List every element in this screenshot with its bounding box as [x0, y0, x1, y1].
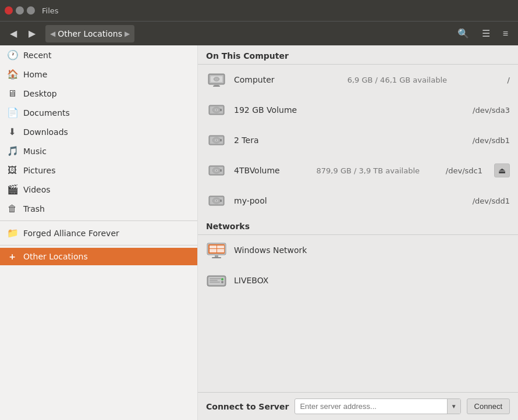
- svg-point-12: [216, 109, 217, 111]
- drive-info-4tbvolume: 879,9 GB / 3,9 TB available: [317, 166, 420, 175]
- forged-icon: 📁: [7, 227, 17, 239]
- other-locations-plus-icon: +: [7, 252, 17, 261]
- forward-button[interactable]: ▶: [23, 25, 41, 42]
- drive-row-192gb[interactable]: 192 GB Volume /dev/sda3: [198, 95, 518, 125]
- drive-icon-mypool: [206, 190, 227, 211]
- server-address-dropdown-button[interactable]: ▼: [447, 399, 460, 414]
- content-scroll: On This Computer Computer: [198, 45, 518, 392]
- drive-icon-2tera: [206, 130, 227, 151]
- pictures-icon: 🖼: [7, 165, 17, 176]
- drive-dev-2tera: /dev/sdb1: [463, 136, 510, 145]
- toolbar-right: 🔍 ☰ ≡: [452, 25, 513, 42]
- network-row-livebox[interactable]: LIVEBOX: [198, 265, 518, 296]
- svg-rect-34: [210, 245, 217, 248]
- sidebar-item-documents[interactable]: 📄 Documents: [0, 103, 197, 122]
- svg-rect-4: [213, 86, 220, 87]
- drive-dev-computer: /: [463, 76, 510, 84]
- network-row-windows[interactable]: Windows Network: [198, 235, 518, 265]
- svg-rect-39: [212, 257, 221, 258]
- drive-name-2tera: 2 Tera: [234, 136, 440, 145]
- sidebar-label-other-locations: Other Locations: [23, 252, 88, 261]
- drive-dev-mypool: /dev/sdd1: [463, 197, 510, 205]
- content-area: On This Computer Computer: [198, 45, 518, 420]
- svg-point-46: [221, 281, 223, 283]
- back-button[interactable]: ◀: [5, 25, 22, 42]
- network-name-windows: Windows Network: [234, 245, 510, 255]
- music-icon: 🎵: [7, 145, 17, 156]
- drive-row-2tera[interactable]: 2 Tera /dev/sdb1: [198, 125, 518, 155]
- drive-dev-192gb: /dev/sda3: [463, 106, 510, 115]
- svg-rect-31: [220, 200, 222, 202]
- sidebar-item-downloads[interactable]: ⬇ Downloads: [0, 122, 197, 141]
- sidebar-label-trash: Trash: [23, 204, 45, 213]
- eject-button-4tbvolume[interactable]: ⏏: [494, 163, 510, 177]
- sidebar-label-desktop: Desktop: [23, 89, 57, 98]
- sidebar-label-forged: Forged Alliance Forever: [23, 229, 119, 238]
- view-button[interactable]: ☰: [477, 25, 495, 42]
- svg-rect-19: [220, 139, 222, 141]
- server-address-input[interactable]: [295, 399, 446, 414]
- sidebar-item-desktop[interactable]: 🖥 Desktop: [0, 84, 197, 103]
- sidebar-label-pictures: Pictures: [23, 166, 55, 175]
- recent-icon: 🕐: [7, 49, 17, 60]
- sidebar-label-downloads: Downloads: [23, 127, 68, 137]
- connect-button[interactable]: Connect: [467, 398, 510, 414]
- sidebar-label-home: Home: [23, 70, 47, 79]
- drive-icon-4tbvolume: [206, 160, 227, 181]
- drive-name-4tbvolume: 4TBVolume: [234, 166, 310, 175]
- sidebar-separator-2: [0, 245, 197, 245]
- minimize-button[interactable]: [16, 6, 24, 15]
- titlebar: Files: [0, 0, 518, 21]
- svg-rect-36: [210, 249, 217, 252]
- sidebar-item-forged[interactable]: 📁 Forged Alliance Forever: [0, 223, 197, 243]
- connect-input-wrap: ▼: [295, 398, 460, 414]
- drive-name-192gb: 192 GB Volume: [234, 105, 440, 115]
- nav-buttons: ◀ ▶: [5, 25, 41, 42]
- drive-icon-192gb: [206, 99, 227, 120]
- main-layout: 🕐 Recent 🏠 Home 🖥 Desktop 📄 Documents ⬇ …: [0, 45, 518, 420]
- sidebar-item-trash[interactable]: 🗑 Trash: [0, 199, 197, 218]
- breadcrumb: ◀ Other Locations ▶: [45, 25, 134, 42]
- drive-dev-4tbvolume: /dev/sdc1: [436, 166, 482, 175]
- networks-header: Networks: [198, 216, 518, 234]
- svg-point-30: [216, 200, 217, 201]
- sidebar-label-music: Music: [23, 147, 47, 156]
- drive-row-computer[interactable]: Computer 6,9 GB / 46,1 GB available /: [198, 65, 518, 95]
- svg-point-18: [216, 140, 217, 141]
- sidebar-item-pictures[interactable]: 🖼 Pictures: [0, 161, 197, 180]
- breadcrumb-left-arrow[interactable]: ◀: [50, 30, 55, 38]
- menu-button[interactable]: ≡: [498, 25, 513, 42]
- svg-point-24: [216, 170, 217, 171]
- svg-rect-37: [217, 249, 224, 252]
- svg-rect-35: [217, 245, 224, 248]
- drive-info-computer: 6,9 GB / 46,1 GB available: [347, 76, 447, 84]
- svg-rect-43: [210, 280, 218, 281]
- sidebar-item-music[interactable]: 🎵 Music: [0, 141, 197, 161]
- drive-row-mypool[interactable]: my-pool /dev/sdd1: [198, 186, 518, 216]
- toolbar: ◀ ▶ ◀ Other Locations ▶ 🔍 ☰ ≡: [0, 21, 518, 45]
- drive-row-4tbvolume[interactable]: 4TBVolume 879,9 GB / 3,9 TB available /d…: [198, 155, 518, 186]
- network-name-livebox: LIVEBOX: [234, 276, 510, 285]
- drive-name-computer: Computer: [234, 75, 340, 84]
- svg-rect-25: [220, 169, 222, 172]
- sidebar-item-other-locations[interactable]: + Other Locations: [0, 248, 197, 265]
- close-button[interactable]: [5, 6, 13, 15]
- videos-icon: 🎬: [7, 184, 17, 195]
- network-icon-windows: [206, 240, 227, 261]
- sidebar-item-videos[interactable]: 🎬 Videos: [0, 180, 197, 199]
- svg-rect-13: [220, 109, 222, 111]
- sidebar-item-home[interactable]: 🏠 Home: [0, 65, 197, 84]
- breadcrumb-right-arrow[interactable]: ▶: [125, 30, 130, 38]
- trash-icon: 🗑: [7, 203, 17, 214]
- connect-to-server-label: Connect to Server: [206, 402, 289, 411]
- home-icon: 🏠: [7, 69, 17, 80]
- sidebar-item-recent[interactable]: 🕐 Recent: [0, 45, 197, 65]
- drive-name-mypool: my-pool: [234, 196, 440, 205]
- svg-point-7: [216, 79, 217, 80]
- sidebar-label-documents: Documents: [23, 108, 70, 118]
- search-button[interactable]: 🔍: [452, 25, 474, 42]
- documents-icon: 📄: [7, 107, 17, 118]
- downloads-icon: ⬇: [7, 126, 17, 137]
- maximize-button[interactable]: [27, 6, 35, 15]
- window-controls: [5, 6, 35, 15]
